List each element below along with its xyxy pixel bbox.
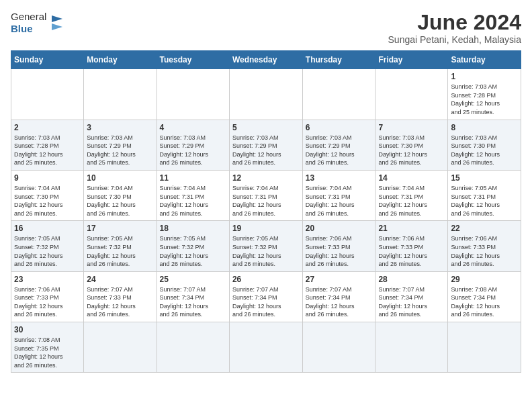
weekday-header-friday: Friday (375, 51, 448, 69)
calendar-cell (229, 322, 302, 373)
calendar-cell (302, 322, 375, 373)
day-number: 25 (160, 275, 226, 284)
day-info: Sunrise: 7:03 AM Sunset: 7:28 PM Dayligh… (451, 83, 518, 116)
calendar-week-row: 30Sunrise: 7:08 AM Sunset: 7:35 PM Dayli… (11, 322, 521, 373)
day-info: Sunrise: 7:03 AM Sunset: 7:29 PM Dayligh… (232, 134, 300, 167)
day-number: 7 (378, 123, 445, 132)
weekday-header-saturday: Saturday (448, 51, 521, 69)
calendar-cell: 20Sunrise: 7:06 AM Sunset: 7:33 PM Dayli… (302, 221, 375, 271)
day-info: Sunrise: 7:03 AM Sunset: 7:29 PM Dayligh… (160, 134, 226, 167)
day-number: 14 (378, 173, 445, 183)
day-number: 12 (232, 173, 300, 183)
calendar-cell: 26Sunrise: 7:07 AM Sunset: 7:34 PM Dayli… (229, 271, 302, 322)
day-number: 3 (87, 123, 153, 132)
calendar-cell: 23Sunrise: 7:06 AM Sunset: 7:33 PM Dayli… (11, 271, 84, 322)
calendar-cell: 21Sunrise: 7:06 AM Sunset: 7:33 PM Dayli… (375, 221, 448, 271)
calendar-cell: 7Sunrise: 7:03 AM Sunset: 7:30 PM Daylig… (375, 120, 448, 170)
calendar-cell: 9Sunrise: 7:04 AM Sunset: 7:30 PM Daylig… (11, 170, 84, 220)
day-info: Sunrise: 7:04 AM Sunset: 7:30 PM Dayligh… (14, 184, 81, 218)
svg-marker-1 (52, 24, 62, 30)
day-number: 8 (451, 123, 518, 132)
day-info: Sunrise: 7:05 AM Sunset: 7:32 PM Dayligh… (14, 234, 81, 268)
calendar-cell: 16Sunrise: 7:05 AM Sunset: 7:32 PM Dayli… (11, 221, 84, 271)
day-info: Sunrise: 7:04 AM Sunset: 7:31 PM Dayligh… (160, 184, 226, 218)
calendar-cell: 25Sunrise: 7:07 AM Sunset: 7:34 PM Dayli… (157, 271, 229, 322)
weekday-header-wednesday: Wednesday (229, 51, 302, 69)
day-info: Sunrise: 7:04 AM Sunset: 7:30 PM Dayligh… (87, 184, 153, 218)
day-info: Sunrise: 7:06 AM Sunset: 7:33 PM Dayligh… (451, 234, 518, 268)
day-info: Sunrise: 7:03 AM Sunset: 7:29 PM Dayligh… (306, 134, 373, 167)
day-info: Sunrise: 7:04 AM Sunset: 7:31 PM Dayligh… (306, 184, 373, 218)
calendar-cell (448, 322, 521, 373)
day-number: 15 (451, 173, 518, 183)
calendar-title: June 2024 (388, 11, 521, 34)
day-info: Sunrise: 7:08 AM Sunset: 7:35 PM Dayligh… (14, 336, 81, 369)
calendar-week-row: 2Sunrise: 7:03 AM Sunset: 7:28 PM Daylig… (11, 120, 521, 170)
calendar-week-row: 16Sunrise: 7:05 AM Sunset: 7:32 PM Dayli… (11, 221, 521, 271)
day-number: 27 (306, 275, 373, 284)
calendar-cell: 5Sunrise: 7:03 AM Sunset: 7:29 PM Daylig… (229, 120, 302, 170)
day-info: Sunrise: 7:07 AM Sunset: 7:34 PM Dayligh… (378, 285, 445, 319)
calendar-cell: 4Sunrise: 7:03 AM Sunset: 7:29 PM Daylig… (157, 120, 229, 170)
calendar-cell: 30Sunrise: 7:08 AM Sunset: 7:35 PM Dayli… (11, 322, 84, 373)
calendar-cell (157, 322, 229, 373)
day-number: 11 (160, 173, 226, 183)
calendar-week-row: 23Sunrise: 7:06 AM Sunset: 7:33 PM Dayli… (11, 271, 521, 322)
day-number: 17 (87, 224, 153, 233)
calendar-cell: 11Sunrise: 7:04 AM Sunset: 7:31 PM Dayli… (157, 170, 229, 220)
day-number: 5 (232, 123, 300, 132)
calendar-cell: 6Sunrise: 7:03 AM Sunset: 7:29 PM Daylig… (302, 120, 375, 170)
calendar-cell (11, 69, 84, 120)
day-number: 18 (160, 224, 226, 233)
calendar-week-row: 9Sunrise: 7:04 AM Sunset: 7:30 PM Daylig… (11, 170, 521, 220)
calendar-cell: 15Sunrise: 7:05 AM Sunset: 7:31 PM Dayli… (448, 170, 521, 220)
day-info: Sunrise: 7:07 AM Sunset: 7:34 PM Dayligh… (160, 285, 226, 319)
calendar-cell: 27Sunrise: 7:07 AM Sunset: 7:34 PM Dayli… (302, 271, 375, 322)
day-info: Sunrise: 7:05 AM Sunset: 7:31 PM Dayligh… (451, 184, 518, 218)
day-info: Sunrise: 7:04 AM Sunset: 7:31 PM Dayligh… (378, 184, 445, 218)
calendar-cell (157, 69, 229, 120)
day-number: 21 (378, 224, 445, 233)
day-number: 28 (378, 275, 445, 284)
weekday-header-tuesday: Tuesday (157, 51, 229, 69)
day-number: 23 (14, 275, 81, 284)
calendar-cell: 8Sunrise: 7:03 AM Sunset: 7:30 PM Daylig… (448, 120, 521, 170)
weekday-header-sunday: Sunday (11, 51, 84, 69)
day-info: Sunrise: 7:03 AM Sunset: 7:28 PM Dayligh… (14, 134, 81, 167)
weekday-header-row: SundayMondayTuesdayWednesdayThursdayFrid… (11, 51, 521, 69)
day-info: Sunrise: 7:06 AM Sunset: 7:33 PM Dayligh… (306, 234, 373, 268)
day-info: Sunrise: 7:07 AM Sunset: 7:34 PM Dayligh… (232, 285, 300, 319)
day-number: 19 (232, 224, 300, 233)
subtitle: Sungai Petani, Kedah, Malaysia (388, 34, 521, 45)
day-number: 29 (451, 275, 518, 284)
day-info: Sunrise: 7:03 AM Sunset: 7:30 PM Dayligh… (378, 134, 445, 167)
day-number: 20 (306, 224, 373, 233)
header: General Blue June 2024 Sungai Petani, Ke… (11, 11, 521, 45)
day-number: 22 (451, 224, 518, 233)
calendar-week-row: 1Sunrise: 7:03 AM Sunset: 7:28 PM Daylig… (11, 69, 521, 120)
calendar-cell (229, 69, 302, 120)
svg-marker-0 (52, 15, 62, 22)
day-info: Sunrise: 7:03 AM Sunset: 7:30 PM Dayligh… (451, 134, 518, 167)
day-number: 1 (451, 72, 518, 81)
calendar-cell: 29Sunrise: 7:08 AM Sunset: 7:34 PM Dayli… (448, 271, 521, 322)
calendar-cell: 10Sunrise: 7:04 AM Sunset: 7:30 PM Dayli… (84, 170, 157, 220)
calendar-cell: 1Sunrise: 7:03 AM Sunset: 7:28 PM Daylig… (448, 69, 521, 120)
title-area: June 2024 Sungai Petani, Kedah, Malaysia (388, 11, 521, 45)
day-number: 6 (306, 123, 373, 132)
day-number: 24 (87, 275, 153, 284)
calendar-cell: 2Sunrise: 7:03 AM Sunset: 7:28 PM Daylig… (11, 120, 84, 170)
calendar-cell: 17Sunrise: 7:05 AM Sunset: 7:32 PM Dayli… (84, 221, 157, 271)
calendar-cell: 14Sunrise: 7:04 AM Sunset: 7:31 PM Dayli… (375, 170, 448, 220)
day-info: Sunrise: 7:06 AM Sunset: 7:33 PM Dayligh… (14, 285, 81, 319)
logo: General Blue (11, 11, 62, 35)
calendar-cell: 12Sunrise: 7:04 AM Sunset: 7:31 PM Dayli… (229, 170, 302, 220)
day-info: Sunrise: 7:04 AM Sunset: 7:31 PM Dayligh… (232, 184, 300, 218)
calendar-cell: 28Sunrise: 7:07 AM Sunset: 7:34 PM Dayli… (375, 271, 448, 322)
logo-text: General Blue (11, 11, 46, 35)
day-number: 10 (87, 173, 153, 183)
calendar-cell (375, 322, 448, 373)
calendar-cell: 13Sunrise: 7:04 AM Sunset: 7:31 PM Dayli… (302, 170, 375, 220)
weekday-header-thursday: Thursday (302, 51, 375, 69)
day-number: 16 (14, 224, 81, 233)
